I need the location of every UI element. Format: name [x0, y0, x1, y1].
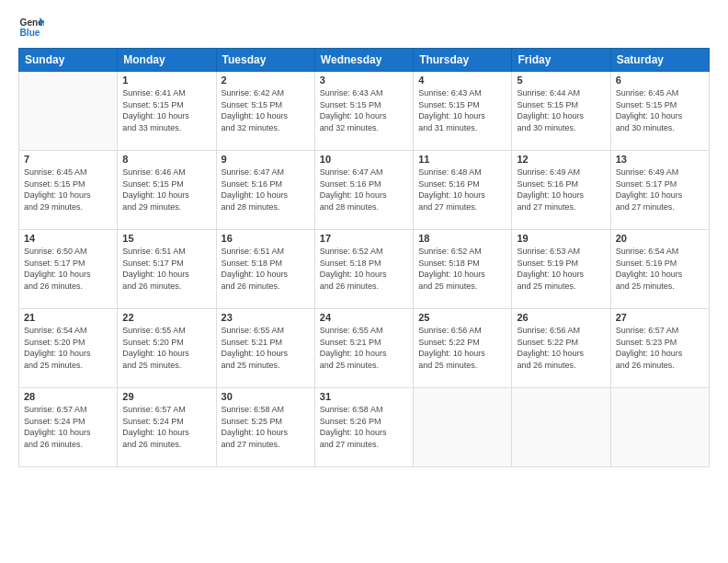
calendar-cell: 2Sunrise: 6:42 AM Sunset: 5:15 PM Daylig… — [216, 72, 314, 151]
weekday-header-monday: Monday — [118, 49, 216, 72]
calendar-cell: 7Sunrise: 6:45 AM Sunset: 5:15 PM Daylig… — [19, 151, 118, 230]
day-info: Sunrise: 6:43 AM Sunset: 5:15 PM Dayligh… — [418, 87, 506, 133]
day-info: Sunrise: 6:42 AM Sunset: 5:15 PM Dayligh… — [222, 87, 310, 133]
day-info: Sunrise: 6:54 AM Sunset: 5:20 PM Dayligh… — [24, 325, 112, 371]
day-info: Sunrise: 6:57 AM Sunset: 5:24 PM Dayligh… — [122, 404, 210, 450]
calendar-cell: 28Sunrise: 6:57 AM Sunset: 5:24 PM Dayli… — [19, 388, 118, 467]
calendar-cell: 27Sunrise: 6:57 AM Sunset: 5:23 PM Dayli… — [610, 309, 709, 388]
day-number: 25 — [418, 312, 506, 323]
day-number: 20 — [616, 233, 704, 244]
week-row-0: 1Sunrise: 6:41 AM Sunset: 5:15 PM Daylig… — [19, 72, 710, 151]
day-number: 15 — [122, 233, 210, 244]
day-number: 5 — [517, 75, 605, 86]
calendar-cell: 19Sunrise: 6:53 AM Sunset: 5:19 PM Dayli… — [512, 230, 610, 309]
day-number: 27 — [616, 312, 704, 323]
day-number: 21 — [24, 312, 112, 323]
day-info: Sunrise: 6:46 AM Sunset: 5:15 PM Dayligh… — [122, 167, 210, 213]
day-number: 18 — [418, 233, 506, 244]
day-number: 26 — [517, 312, 605, 323]
day-info: Sunrise: 6:55 AM Sunset: 5:20 PM Dayligh… — [122, 325, 210, 371]
calendar-cell: 31Sunrise: 6:58 AM Sunset: 5:26 PM Dayli… — [314, 388, 413, 467]
day-number: 7 — [24, 154, 112, 165]
day-info: Sunrise: 6:56 AM Sunset: 5:22 PM Dayligh… — [418, 325, 506, 371]
calendar-cell: 5Sunrise: 6:44 AM Sunset: 5:15 PM Daylig… — [512, 72, 610, 151]
weekday-header-row: SundayMondayTuesdayWednesdayThursdayFrid… — [19, 49, 710, 72]
calendar-cell: 30Sunrise: 6:58 AM Sunset: 5:25 PM Dayli… — [216, 388, 314, 467]
logo: General Blue — [18, 15, 44, 40]
day-number: 4 — [418, 75, 506, 86]
day-number: 9 — [222, 154, 310, 165]
header: General Blue — [18, 15, 710, 40]
calendar-cell: 22Sunrise: 6:55 AM Sunset: 5:20 PM Dayli… — [118, 309, 216, 388]
day-number: 2 — [222, 75, 310, 86]
weekday-header-sunday: Sunday — [19, 49, 118, 72]
day-number: 13 — [616, 154, 704, 165]
day-info: Sunrise: 6:52 AM Sunset: 5:18 PM Dayligh… — [418, 246, 506, 292]
calendar-cell: 4Sunrise: 6:43 AM Sunset: 5:15 PM Daylig… — [414, 72, 512, 151]
svg-text:Blue: Blue — [20, 28, 40, 38]
calendar-cell: 16Sunrise: 6:51 AM Sunset: 5:18 PM Dayli… — [216, 230, 314, 309]
weekday-header-tuesday: Tuesday — [216, 49, 314, 72]
day-info: Sunrise: 6:55 AM Sunset: 5:21 PM Dayligh… — [222, 325, 310, 371]
calendar-cell: 25Sunrise: 6:56 AM Sunset: 5:22 PM Dayli… — [414, 309, 512, 388]
day-info: Sunrise: 6:54 AM Sunset: 5:19 PM Dayligh… — [616, 246, 704, 292]
calendar-cell: 24Sunrise: 6:55 AM Sunset: 5:21 PM Dayli… — [314, 309, 413, 388]
day-number: 8 — [122, 154, 210, 165]
calendar-cell: 12Sunrise: 6:49 AM Sunset: 5:16 PM Dayli… — [512, 151, 610, 230]
day-info: Sunrise: 6:48 AM Sunset: 5:16 PM Dayligh… — [418, 167, 506, 213]
day-info: Sunrise: 6:51 AM Sunset: 5:18 PM Dayligh… — [222, 246, 310, 292]
day-info: Sunrise: 6:51 AM Sunset: 5:17 PM Dayligh… — [122, 246, 210, 292]
calendar-cell: 3Sunrise: 6:43 AM Sunset: 5:15 PM Daylig… — [314, 72, 413, 151]
calendar-cell: 18Sunrise: 6:52 AM Sunset: 5:18 PM Dayli… — [414, 230, 512, 309]
calendar-cell: 26Sunrise: 6:56 AM Sunset: 5:22 PM Dayli… — [512, 309, 610, 388]
day-number: 30 — [222, 391, 310, 402]
day-info: Sunrise: 6:57 AM Sunset: 5:23 PM Dayligh… — [616, 325, 704, 371]
day-info: Sunrise: 6:52 AM Sunset: 5:18 PM Dayligh… — [320, 246, 408, 292]
day-info: Sunrise: 6:41 AM Sunset: 5:15 PM Dayligh… — [122, 87, 210, 133]
day-number: 22 — [122, 312, 210, 323]
day-info: Sunrise: 6:55 AM Sunset: 5:21 PM Dayligh… — [320, 325, 408, 371]
day-number: 12 — [517, 154, 605, 165]
calendar-cell — [512, 388, 610, 467]
day-number: 17 — [320, 233, 408, 244]
day-info: Sunrise: 6:53 AM Sunset: 5:19 PM Dayligh… — [517, 246, 605, 292]
day-info: Sunrise: 6:57 AM Sunset: 5:24 PM Dayligh… — [24, 404, 112, 450]
day-info: Sunrise: 6:58 AM Sunset: 5:26 PM Dayligh… — [320, 404, 408, 450]
week-row-2: 14Sunrise: 6:50 AM Sunset: 5:17 PM Dayli… — [19, 230, 710, 309]
day-number: 14 — [24, 233, 112, 244]
day-info: Sunrise: 6:47 AM Sunset: 5:16 PM Dayligh… — [222, 167, 310, 213]
day-info: Sunrise: 6:45 AM Sunset: 5:15 PM Dayligh… — [24, 167, 112, 213]
calendar-cell: 23Sunrise: 6:55 AM Sunset: 5:21 PM Dayli… — [216, 309, 314, 388]
day-info: Sunrise: 6:49 AM Sunset: 5:17 PM Dayligh… — [616, 167, 704, 213]
week-row-4: 28Sunrise: 6:57 AM Sunset: 5:24 PM Dayli… — [19, 388, 710, 467]
day-number: 3 — [320, 75, 408, 86]
calendar-cell: 8Sunrise: 6:46 AM Sunset: 5:15 PM Daylig… — [118, 151, 216, 230]
calendar-cell: 15Sunrise: 6:51 AM Sunset: 5:17 PM Dayli… — [118, 230, 216, 309]
day-number: 29 — [122, 391, 210, 402]
day-number: 19 — [517, 233, 605, 244]
calendar-cell: 11Sunrise: 6:48 AM Sunset: 5:16 PM Dayli… — [414, 151, 512, 230]
day-info: Sunrise: 6:44 AM Sunset: 5:15 PM Dayligh… — [517, 87, 605, 133]
day-number: 1 — [122, 75, 210, 86]
day-info: Sunrise: 6:49 AM Sunset: 5:16 PM Dayligh… — [517, 167, 605, 213]
page: General Blue SundayMondayTuesdayWednesda… — [0, 0, 728, 563]
calendar-cell: 9Sunrise: 6:47 AM Sunset: 5:16 PM Daylig… — [216, 151, 314, 230]
calendar-cell — [414, 388, 512, 467]
day-info: Sunrise: 6:45 AM Sunset: 5:15 PM Dayligh… — [616, 87, 704, 133]
calendar-cell: 29Sunrise: 6:57 AM Sunset: 5:24 PM Dayli… — [118, 388, 216, 467]
weekday-header-thursday: Thursday — [414, 49, 512, 72]
day-info: Sunrise: 6:43 AM Sunset: 5:15 PM Dayligh… — [320, 87, 408, 133]
calendar-cell: 6Sunrise: 6:45 AM Sunset: 5:15 PM Daylig… — [610, 72, 709, 151]
day-number: 28 — [24, 391, 112, 402]
day-number: 6 — [616, 75, 704, 86]
week-row-3: 21Sunrise: 6:54 AM Sunset: 5:20 PM Dayli… — [19, 309, 710, 388]
calendar-table: SundayMondayTuesdayWednesdayThursdayFrid… — [18, 48, 710, 467]
day-number: 10 — [320, 154, 408, 165]
day-info: Sunrise: 6:56 AM Sunset: 5:22 PM Dayligh… — [517, 325, 605, 371]
weekday-header-saturday: Saturday — [610, 49, 709, 72]
calendar-cell: 13Sunrise: 6:49 AM Sunset: 5:17 PM Dayli… — [610, 151, 709, 230]
day-info: Sunrise: 6:47 AM Sunset: 5:16 PM Dayligh… — [320, 167, 408, 213]
calendar-cell: 20Sunrise: 6:54 AM Sunset: 5:19 PM Dayli… — [610, 230, 709, 309]
day-number: 11 — [418, 154, 506, 165]
day-number: 31 — [320, 391, 408, 402]
